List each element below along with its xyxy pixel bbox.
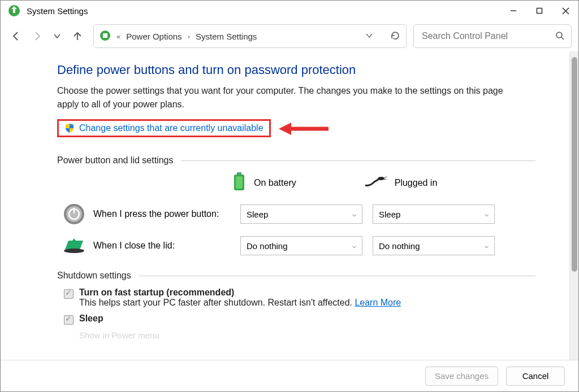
toolbar: « Power Options › System Settings bbox=[1, 21, 578, 51]
svg-line-16 bbox=[384, 179, 387, 180]
row-close-lid: When I close the lid: Do nothing⌵ Do not… bbox=[63, 234, 535, 257]
svg-marker-10 bbox=[279, 123, 291, 135]
column-plugged-in: Plugged in bbox=[364, 176, 438, 190]
power-button-plugged-select[interactable]: Sleep⌵ bbox=[373, 204, 495, 224]
change-settings-link[interactable]: Change settings that are currently unava… bbox=[79, 123, 263, 133]
scrollbar-thumb[interactable] bbox=[572, 57, 577, 272]
close-button[interactable] bbox=[552, 2, 578, 19]
maximize-button[interactable] bbox=[526, 2, 552, 19]
power-button-battery-select[interactable]: Sleep⌵ bbox=[240, 204, 362, 224]
svg-point-7 bbox=[556, 32, 562, 38]
address-dropdown[interactable] bbox=[365, 32, 373, 41]
annotation-arrow bbox=[279, 121, 330, 138]
column-headers: On battery Plugged in bbox=[232, 172, 535, 194]
svg-line-8 bbox=[561, 37, 564, 40]
page-description: Choose the power settings that you want … bbox=[57, 84, 509, 111]
fast-startup-sub: This helps start your PC faster after sh… bbox=[79, 298, 401, 308]
row-label: When I close the lid: bbox=[93, 241, 240, 251]
content-area: Define power buttons and turn on passwor… bbox=[1, 51, 578, 360]
fast-startup-checkbox[interactable] bbox=[64, 289, 74, 299]
app-icon bbox=[7, 4, 21, 18]
footer: Save changes Cancel bbox=[1, 360, 578, 391]
breadcrumb-item-system-settings[interactable]: System Settings bbox=[196, 32, 257, 41]
breadcrumb-root-sep: « bbox=[116, 32, 120, 41]
svg-line-15 bbox=[384, 177, 387, 178]
titlebar: System Settings bbox=[1, 1, 578, 21]
recent-dropdown[interactable] bbox=[48, 27, 66, 45]
breadcrumb-item-power-options[interactable]: Power Options bbox=[126, 32, 182, 41]
laptop-lid-icon bbox=[63, 234, 85, 257]
column-on-battery: On battery bbox=[232, 172, 296, 194]
save-changes-button[interactable]: Save changes bbox=[425, 367, 498, 386]
cancel-button[interactable]: Cancel bbox=[506, 367, 565, 386]
search-icon[interactable] bbox=[555, 31, 564, 42]
control-panel-icon bbox=[100, 30, 111, 43]
section-title: Shutdown settings bbox=[57, 271, 131, 281]
svg-rect-11 bbox=[237, 172, 241, 175]
row-power-button: When I press the power button: Sleep⌵ Sl… bbox=[63, 203, 535, 225]
truncated-text: Show in Power menu bbox=[79, 330, 535, 340]
section-power-button-heading: Power button and lid settings bbox=[57, 155, 535, 165]
back-button[interactable] bbox=[7, 27, 25, 45]
annotation-highlight-box: Change settings that are currently unava… bbox=[57, 119, 271, 137]
chevron-down-icon: ⌵ bbox=[352, 242, 356, 250]
chevron-down-icon: ⌵ bbox=[485, 210, 489, 218]
divider bbox=[181, 160, 535, 161]
fast-startup-row: Turn on fast startup (recommended) This … bbox=[64, 288, 535, 308]
window: System Settings « Power Options › System… bbox=[0, 0, 579, 392]
close-lid-battery-select[interactable]: Do nothing⌵ bbox=[240, 236, 362, 255]
row-label: When I press the power button: bbox=[93, 209, 240, 219]
svg-rect-2 bbox=[537, 8, 542, 14]
close-lid-plugged-select[interactable]: Do nothing⌵ bbox=[373, 236, 495, 255]
svg-point-21 bbox=[64, 249, 84, 253]
svg-rect-13 bbox=[236, 176, 243, 189]
section-title: Power button and lid settings bbox=[57, 155, 173, 165]
fast-startup-label: Turn on fast startup (recommended) bbox=[79, 288, 401, 298]
battery-icon bbox=[232, 172, 246, 194]
minimize-button[interactable] bbox=[500, 2, 526, 19]
refresh-button[interactable] bbox=[390, 31, 400, 42]
sleep-label: Sleep bbox=[79, 313, 103, 324]
vertical-scrollbar[interactable] bbox=[569, 51, 578, 360]
power-button-icon bbox=[63, 203, 85, 225]
search-input[interactable] bbox=[421, 31, 555, 42]
chevron-down-icon: ⌵ bbox=[485, 242, 489, 250]
divider bbox=[139, 276, 535, 276]
sleep-checkbox[interactable] bbox=[64, 315, 74, 325]
plug-icon bbox=[364, 176, 387, 190]
shield-icon bbox=[64, 123, 75, 133]
chevron-down-icon: ⌵ bbox=[352, 210, 356, 218]
section-shutdown-heading: Shutdown settings bbox=[57, 271, 535, 281]
window-title: System Settings bbox=[27, 6, 88, 16]
address-bar[interactable]: « Power Options › System Settings bbox=[93, 24, 407, 48]
chevron-right-icon: › bbox=[188, 32, 190, 41]
up-button[interactable] bbox=[68, 27, 87, 45]
search-box[interactable] bbox=[413, 24, 572, 48]
sleep-row: Sleep bbox=[64, 313, 535, 325]
svg-point-14 bbox=[378, 177, 384, 180]
forward-button[interactable] bbox=[28, 27, 46, 45]
svg-rect-6 bbox=[103, 33, 107, 38]
learn-more-link[interactable]: Learn More bbox=[355, 298, 401, 307]
page-title: Define power buttons and turn on passwor… bbox=[57, 63, 535, 77]
